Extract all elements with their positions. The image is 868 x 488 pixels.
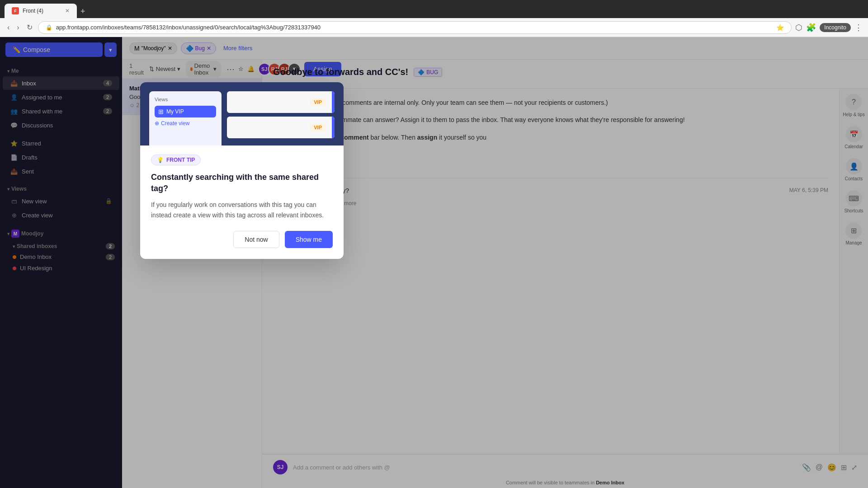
- cast-btn[interactable]: ⬡: [795, 23, 802, 33]
- preview-card-2: VIP: [227, 117, 335, 138]
- preview-create-btn[interactable]: ⊕ Create view: [155, 120, 216, 127]
- preview-left: Views ⊞ My VIP ⊕ Create view: [149, 91, 222, 145]
- preview-right: VIP VIP: [227, 91, 335, 145]
- browser-chrome: F Front (4) ✕ +: [0, 0, 868, 18]
- show-me-btn[interactable]: Show me: [285, 231, 333, 248]
- browser-toolbar: ‹ › ↻ 🔒 ⭐ ⬡ 🧩 Incognito ⋮: [0, 18, 868, 37]
- toolbar-right: ⬡ 🧩 Incognito ⋮: [795, 23, 863, 33]
- address-bar[interactable]: 🔒 ⭐: [38, 21, 792, 34]
- browser-tabs: F Front (4) ✕ +: [5, 0, 87, 18]
- tip-modal: Views ⊞ My VIP ⊕ Create view VIP VIP: [140, 82, 344, 259]
- reload-btn[interactable]: ↻: [25, 21, 34, 33]
- back-btn[interactable]: ‹: [5, 22, 11, 33]
- front-tip-badge: 💡 FRONT TIP: [151, 155, 201, 165]
- incognito-badge: Incognito: [820, 23, 851, 32]
- extensions-btn[interactable]: 🧩: [806, 23, 816, 33]
- tab-close-btn[interactable]: ✕: [65, 8, 70, 14]
- modal-title: Constantly searching with the same share…: [151, 172, 333, 194]
- preview-view-item: ⊞ My VIP: [155, 106, 216, 117]
- more-options-btn[interactable]: ⋮: [854, 23, 863, 33]
- tab-title: Front (4): [23, 8, 43, 14]
- preview-create-label: Create view: [161, 120, 189, 127]
- preview-view-name: My VIP: [166, 108, 184, 115]
- new-tab-btn[interactable]: +: [79, 5, 87, 18]
- tab-favicon: F: [12, 7, 19, 14]
- modal-desc: If you regularly work on conversations w…: [151, 200, 333, 220]
- preview-view-icon: ⊞: [158, 108, 164, 115]
- not-now-btn[interactable]: Not now: [233, 231, 279, 248]
- modal-preview: Views ⊞ My VIP ⊕ Create view VIP VIP: [140, 82, 344, 145]
- url-input[interactable]: [56, 24, 773, 31]
- preview-vip-2: VIP: [310, 124, 326, 131]
- preview-vip-1: VIP: [310, 99, 326, 106]
- tip-label: FRONT TIP: [166, 157, 195, 163]
- active-tab[interactable]: F Front (4) ✕: [5, 4, 77, 18]
- modal-overlay: Views ⊞ My VIP ⊕ Create view VIP VIP: [0, 37, 868, 488]
- forward-btn[interactable]: ›: [15, 22, 21, 33]
- preview-create-plus: ⊕: [155, 120, 159, 127]
- preview-views-label: Views: [155, 97, 216, 102]
- modal-actions: Not now Show me: [151, 231, 333, 248]
- modal-body: 💡 FRONT TIP Constantly searching with th…: [140, 145, 344, 259]
- preview-card-1: VIP: [227, 91, 335, 113]
- tip-icon: 💡: [157, 157, 164, 163]
